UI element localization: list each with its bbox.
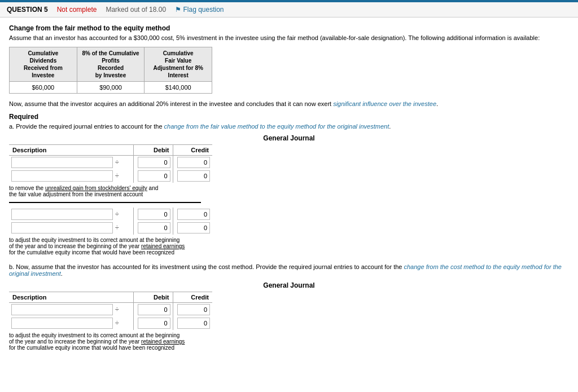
flag-question-link[interactable]: ⚑ Flag question <box>175 6 224 14</box>
entry-a1-desc-cell: ÷ <box>9 156 133 170</box>
assume-highlight: significant influence over the investee <box>333 100 436 107</box>
th-description-b: Description <box>9 292 133 303</box>
entry-a4-debit-cell <box>133 221 173 235</box>
entry-a2-debit-input[interactable] <box>138 170 170 182</box>
section-title: Change from the fair method to the equit… <box>9 24 569 32</box>
question-status: Not complete <box>57 6 97 14</box>
th-debit-a: Debit <box>133 145 173 156</box>
question-number: QUESTION 5 <box>7 6 48 14</box>
journal-table-b: Description Debit Credit ÷ <box>9 292 212 330</box>
entry-a3-desc-cell: ÷ <box>9 208 133 221</box>
table-row: ÷ <box>9 156 212 170</box>
entry-b2-debit-cell <box>133 316 173 330</box>
entry-a4-debit-input[interactable] <box>138 222 170 234</box>
cell-fairvalue: $140,000 <box>144 82 212 93</box>
journal-section-a: General Journal Description Debit Credit… <box>9 134 569 256</box>
note-b: to adjust the equity investment to its c… <box>9 237 569 256</box>
instruction-a-highlight: change from the fair value method to the… <box>164 123 389 130</box>
entry-a3-desc-input[interactable] <box>11 209 113 220</box>
entry-a3-toggle[interactable]: ÷ <box>115 210 119 218</box>
entry-b2-toggle[interactable]: ÷ <box>115 319 119 327</box>
entry-a1-credit-cell <box>173 156 212 170</box>
marked-out: Marked out of 18.00 <box>106 6 166 14</box>
table-row: ÷ <box>9 169 212 183</box>
entry-a4-toggle[interactable]: ÷ <box>115 224 119 232</box>
col-header-dividends: CumulativeDividendsReceived fromInvestee <box>10 47 77 81</box>
entry-b1-desc-input[interactable] <box>11 304 113 315</box>
col-header-fairvalue: CumulativeFair ValueAdjustment for 8% In… <box>144 47 212 81</box>
entry-a3-debit-cell <box>133 208 173 221</box>
entry-a2-desc-input[interactable] <box>11 170 113 182</box>
th-credit-b: Credit <box>173 292 212 303</box>
table-header-row-a: Description Debit Credit <box>9 145 212 156</box>
entry-a2-credit-input[interactable] <box>177 170 210 182</box>
required-label: Required <box>9 113 569 121</box>
entry-a2-credit-cell <box>173 169 212 183</box>
journal-title-b: General Journal <box>9 281 569 289</box>
cumulative-table-row: $60,000 $90,000 $140,000 <box>10 82 212 93</box>
col-header-profits: 8% of the CumulativeProfitsRecordedby In… <box>77 47 145 81</box>
th-description-a: Description <box>9 145 133 156</box>
note-c-underline: retained earnings <box>141 338 185 345</box>
entry-a3-debit-input[interactable] <box>138 209 170 220</box>
entry-b1-debit-input[interactable] <box>138 304 170 315</box>
entry-b1-credit-input[interactable] <box>177 304 210 315</box>
note-a-underline: unrealized gain from stockholders' equit… <box>45 185 147 191</box>
entry-a4-credit-input[interactable] <box>177 222 210 234</box>
entry-a4-credit-cell <box>173 221 212 235</box>
th-credit-a: Credit <box>173 145 212 156</box>
note-a: to remove the unrealized gain from stock… <box>9 185 569 197</box>
flag-label: Flag question <box>183 6 224 14</box>
question-header: QUESTION 5 Not complete Marked out of 18… <box>0 2 578 17</box>
intro-text: Assume that an investor has accounted fo… <box>9 34 569 41</box>
entry-b1-debit-cell <box>133 303 173 317</box>
entry-b2-desc-input[interactable] <box>11 318 113 329</box>
assume-text: Now, assume that the investor acquires a… <box>9 100 569 107</box>
table-header-row-b: Description Debit Credit <box>9 292 212 303</box>
journal-table-a: Description Debit Credit ÷ <box>9 144 212 183</box>
entry-a2-desc-cell: ÷ <box>9 169 133 183</box>
entry-b2-debit-input[interactable] <box>138 318 170 329</box>
table-row: ÷ <box>9 303 212 317</box>
table-row: ÷ <box>9 316 212 330</box>
entry-a1-desc-input[interactable] <box>11 157 113 168</box>
entry-a4-desc-cell: ÷ <box>9 221 133 235</box>
th-debit-b: Debit <box>133 292 173 303</box>
main-content: Change from the fair method to the equit… <box>0 17 578 365</box>
instruction-b: b. Now, assume that the investor has acc… <box>9 263 569 277</box>
cumulative-table-header: CumulativeDividendsReceived fromInvestee… <box>10 47 212 82</box>
note-b-underline: retained earnings <box>141 243 185 249</box>
cumulative-table: CumulativeDividendsReceived fromInvestee… <box>9 47 212 94</box>
table-row: ÷ <box>9 221 212 235</box>
cell-profits: $90,000 <box>77 82 145 93</box>
entry-a2-debit-cell <box>133 169 173 183</box>
flag-icon: ⚑ <box>175 6 181 14</box>
entry-b2-desc-cell: ÷ <box>9 316 133 330</box>
entry-a2-toggle[interactable]: ÷ <box>115 172 119 180</box>
cell-dividends: $60,000 <box>10 82 77 93</box>
instruction-b-highlight: change from the cost method to the equit… <box>9 263 562 277</box>
entry-a1-credit-input[interactable] <box>177 157 210 168</box>
note-c: to adjust the equity investment to its c… <box>9 332 569 351</box>
entry-a3-credit-cell <box>173 208 212 221</box>
entry-a4-desc-input[interactable] <box>11 222 113 234</box>
separator-a <box>9 202 201 203</box>
entry-b1-desc-cell: ÷ <box>9 303 133 317</box>
entry-a1-toggle[interactable]: ÷ <box>115 158 119 166</box>
entry-a1-debit-input[interactable] <box>138 157 170 168</box>
journal-title-a: General Journal <box>9 134 569 142</box>
entry-b2-credit-input[interactable] <box>177 318 210 329</box>
journal-table-a2: ÷ ÷ <box>9 208 212 235</box>
entry-b2-credit-cell <box>173 316 212 330</box>
entry-a3-credit-input[interactable] <box>177 209 210 220</box>
table-row: ÷ <box>9 208 212 221</box>
entry-a1-debit-cell <box>133 156 173 170</box>
instruction-a: a. Provide the required journal entries … <box>9 123 569 130</box>
journal-section-b: General Journal Description Debit Credit… <box>9 281 569 351</box>
entry-b1-credit-cell <box>173 303 212 317</box>
entry-b1-toggle[interactable]: ÷ <box>115 306 119 314</box>
